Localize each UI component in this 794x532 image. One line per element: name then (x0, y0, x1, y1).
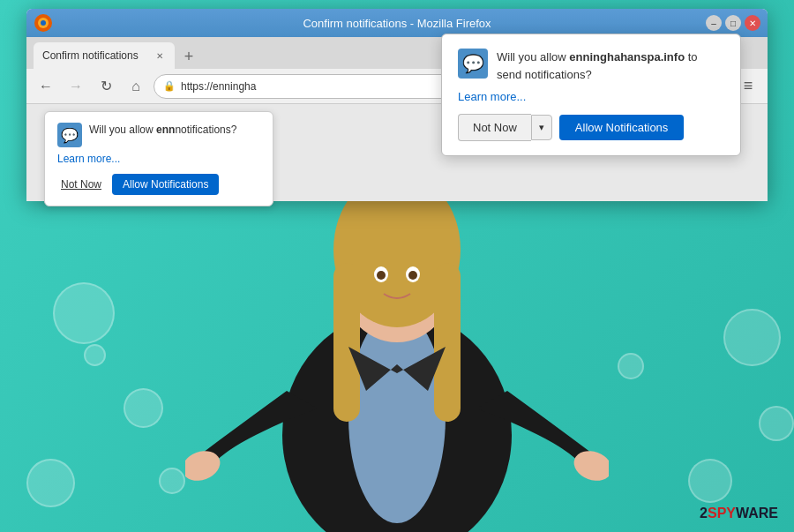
large-popup-buttons: Not Now ▾ Allow Notifications (458, 114, 724, 141)
bubble-3 (723, 309, 781, 366)
small-popup-text: Will you allow ennnotifications? (89, 123, 236, 138)
large-popup-header: 💬 Will you allow enninghahanspa.info to … (458, 49, 724, 83)
small-popup-learn-more[interactable]: Learn more... (57, 153, 260, 165)
svg-rect-5 (333, 263, 360, 422)
svg-point-1 (348, 311, 446, 523)
large-popup-site: enninghahanspa.info (569, 50, 685, 64)
tab-close-button[interactable]: ✕ (154, 49, 166, 62)
small-popup-header: 💬 Will you allow ennnotifications? (57, 123, 260, 147)
watermark-spy: SPY (708, 506, 736, 521)
reload-button[interactable]: ↻ (94, 74, 118, 99)
url-text: https://enningha (181, 80, 256, 93)
maximize-button[interactable]: □ (725, 15, 741, 31)
home-button[interactable]: ⌂ (124, 74, 148, 99)
browser-content: 💬 Will you allow ennnotifications? Learn… (26, 104, 768, 201)
bubble-6 (618, 353, 644, 379)
bubble-1 (124, 388, 163, 428)
large-popup-learn-more[interactable]: Learn more... (458, 90, 724, 103)
small-allow-button[interactable]: Allow Notifications (112, 174, 219, 195)
svg-point-15 (41, 20, 46, 26)
minimize-button[interactable]: – (706, 15, 722, 31)
large-popup-prefix: Will you allow (497, 50, 569, 64)
browser-window: Confirm notifications - Mozilla Firefox … (26, 9, 768, 201)
svg-rect-6 (434, 263, 461, 422)
forward-icon: → (69, 79, 83, 94)
bubble-5 (688, 459, 732, 503)
watermark-suffix: WARE (736, 506, 778, 521)
chat-icon-small: 💬 (57, 123, 82, 147)
large-not-now-button[interactable]: Not Now (458, 114, 531, 141)
reload-icon: ↻ (101, 78, 112, 94)
back-button[interactable]: ← (34, 74, 58, 99)
small-popup-buttons: Not Now Allow Notifications (57, 174, 260, 195)
svg-point-10 (408, 271, 417, 280)
tab-label: Confirm notifications (42, 49, 139, 62)
large-notification-popup: 💬 Will you allow enninghahanspa.info to … (441, 34, 741, 156)
title-bar-text: Confirm notifications - Mozilla Firefox (34, 17, 760, 30)
small-not-now-button[interactable]: Not Now (57, 176, 105, 192)
small-popup-site: enn (156, 124, 175, 136)
bubble-2 (26, 459, 75, 507)
lock-icon: 🔒 (163, 80, 176, 92)
active-tab[interactable]: Confirm notifications ✕ (34, 42, 175, 69)
bubble-8 (84, 344, 106, 366)
svg-point-9 (377, 271, 386, 280)
bubble-0 (53, 282, 115, 344)
firefox-icon (34, 13, 53, 33)
bubble-4 (759, 406, 794, 441)
chat-icon-large: 💬 (458, 49, 488, 79)
watermark-prefix: 2 (700, 506, 708, 521)
back-icon: ← (39, 79, 53, 94)
new-tab-button[interactable]: + (178, 46, 199, 67)
close-button[interactable]: ✕ (745, 15, 760, 31)
large-dropdown-button[interactable]: ▾ (531, 115, 552, 140)
large-allow-button[interactable]: Allow Notifications (559, 115, 685, 140)
title-bar-controls: – □ ✕ (706, 15, 760, 31)
home-icon: ⌂ (131, 79, 140, 94)
large-popup-text: Will you allow enninghahanspa.info to se… (497, 49, 724, 83)
small-popup-prefix: Will you allow (89, 124, 156, 136)
forward-button[interactable]: → (64, 74, 88, 99)
small-popup-suffix: notifications? (175, 124, 236, 136)
small-notification-popup: 💬 Will you allow ennnotifications? Learn… (44, 111, 273, 206)
watermark: 2SPYWARE (700, 506, 778, 521)
